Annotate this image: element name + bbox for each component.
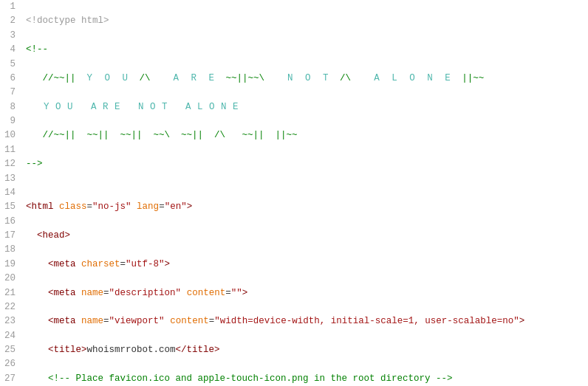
line-6: --> [26, 157, 588, 171]
line-11: <meta name="description" content=""> [26, 286, 588, 300]
line-13: <title>whoismrrobot.com</title> [26, 343, 588, 357]
line-numbers: 1 2 3 4 5 6 7 8 9 10 11 12 13 14 15 16 1… [0, 0, 21, 386]
line-3: //~~|| Y O U /\ A R E ~~||~~\ N O T /\ A… [26, 72, 588, 86]
line-10: <meta charset="utf-8"> [26, 258, 588, 272]
line-9: <head> [26, 229, 588, 243]
line-1: <!doctype html> [26, 14, 588, 28]
code-content[interactable]: <!doctype html> <!-- //~~|| Y O U /\ A R… [21, 0, 588, 386]
line-4: Y O U A R E N O T A L O N E [26, 100, 588, 114]
line-2: <!-- [26, 43, 588, 57]
line-12: <meta name="viewport" content="width=dev… [26, 314, 588, 328]
line-5: //~~|| ~~|| ~~|| ~~\ ~~|| /\ ~~|| ||~~ [26, 128, 588, 142]
line-14: <!-- Place favicon.ico and apple-touch-i… [26, 372, 588, 386]
code-editor: 1 2 3 4 5 6 7 8 9 10 11 12 13 14 15 16 1… [0, 0, 588, 386]
line-8: <html class="no-js" lang="en"> [26, 200, 588, 214]
